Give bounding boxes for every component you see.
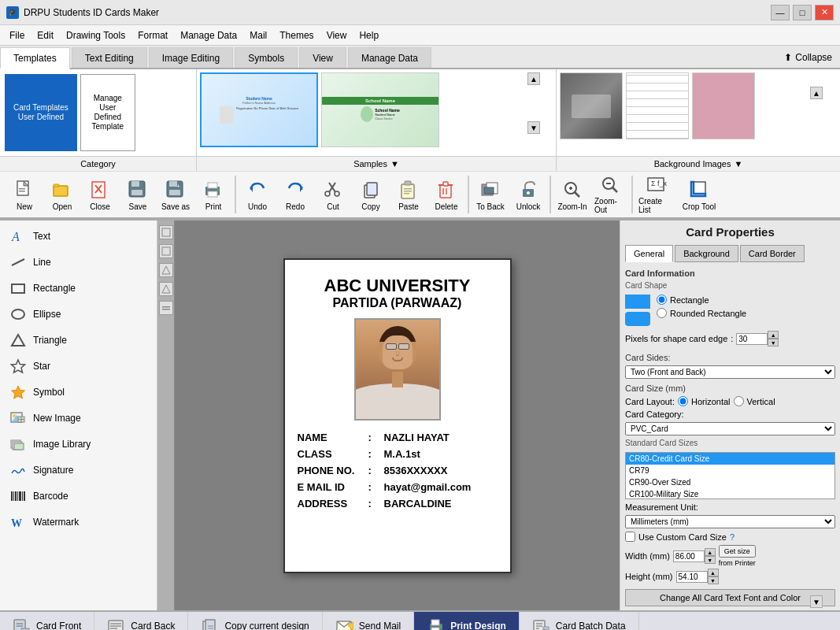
sidebar-item-watermark[interactable]: W Watermark	[3, 510, 154, 535]
print-design-button[interactable]: Print Design	[414, 612, 520, 630]
create-list-button[interactable]: Σ f_x Create List	[636, 174, 677, 215]
close-button[interactable]: ✕	[815, 5, 834, 20]
cat-manage-template[interactable]: ManageUserDefinedTemplate	[80, 74, 135, 151]
layout-vertical-radio[interactable]	[734, 396, 744, 406]
new-button[interactable]: New	[6, 174, 43, 215]
zoom-in-button[interactable]: Zoom-In	[554, 174, 590, 215]
card-front-button[interactable]: Card Front	[0, 612, 94, 630]
height-input[interactable]	[676, 571, 708, 583]
minimize-button[interactable]: —	[771, 5, 790, 20]
menu-file[interactable]: File	[3, 28, 31, 43]
custom-size-row[interactable]: Use Custom Card Size ?	[625, 532, 835, 542]
delete-button[interactable]: Delete	[428, 174, 464, 215]
zoom-out-button[interactable]: Zoom-Out	[592, 174, 628, 215]
width-up[interactable]: ▲	[705, 548, 716, 556]
panel-tab-background[interactable]: Background	[675, 245, 738, 262]
tab-text-editing[interactable]: Text Editing	[72, 47, 147, 68]
menu-mail[interactable]: Mail	[243, 28, 273, 43]
cut-button[interactable]: Cut	[315, 174, 351, 215]
size-cr80[interactable]: CR80-Credit Card Size	[626, 453, 834, 465]
change-font-button[interactable]: Change All Card Text Font and Color	[625, 589, 835, 606]
size-cr79[interactable]: CR79	[626, 465, 834, 476]
menu-manage-data[interactable]: Manage Data	[174, 28, 243, 43]
card-back-button[interactable]: Card Back	[94, 612, 188, 630]
bg-scroll-up[interactable]: ▲	[810, 87, 823, 99]
canvas-area[interactable]: ABC UNIVERSITY PARTIDA (PARWAAZ)	[175, 220, 620, 610]
samples-scroll-down[interactable]: ▼	[527, 121, 540, 134]
tab-symbols[interactable]: Symbols	[235, 47, 298, 68]
width-spinner[interactable]: ▲ ▼	[673, 548, 716, 564]
menu-drawing-tools[interactable]: Drawing Tools	[60, 28, 131, 43]
shape-rounded-option[interactable]: Rounded Rectangle	[657, 308, 746, 318]
sidebar-item-line[interactable]: Line	[3, 250, 154, 275]
height-spinner[interactable]: ▲ ▼	[676, 569, 719, 584]
card-batch-button[interactable]: Card Batch Data	[520, 612, 639, 630]
tab-image-editing[interactable]: Image Editing	[149, 47, 233, 68]
sidebar-item-symbol[interactable]: Symbol	[3, 380, 154, 405]
shape-rectangle-radio[interactable]	[657, 295, 667, 305]
bg-dropdown-icon[interactable]: ▼	[734, 159, 742, 169]
standard-sizes-list[interactable]: CR80-Credit Card Size CR79 CR90-Over Siz…	[625, 452, 835, 499]
print-button[interactable]: Print	[195, 174, 231, 215]
bg-item-3[interactable]	[692, 72, 755, 139]
paste-button[interactable]: Paste	[390, 174, 427, 215]
sidebar-item-new-image[interactable]: New Image	[3, 406, 154, 431]
panel-tab-card-border[interactable]: Card Border	[740, 245, 805, 262]
menu-edit[interactable]: Edit	[31, 28, 60, 43]
size-cr90[interactable]: CR90-Over Sized	[626, 476, 834, 488]
tab-view[interactable]: View	[299, 47, 346, 68]
height-up[interactable]: ▲	[708, 569, 719, 576]
samples-dropdown-icon[interactable]: ▼	[390, 159, 399, 169]
size-cr100[interactable]: CR100-Military Size	[626, 488, 834, 499]
sidebar-item-ellipse[interactable]: Ellipse	[3, 302, 154, 327]
pixels-up-arrow[interactable]: ▲	[768, 331, 779, 339]
custom-size-checkbox[interactable]	[625, 532, 635, 542]
measurement-select[interactable]: Millimeters (mm)	[625, 515, 835, 528]
panel-tab-general[interactable]: General	[625, 245, 673, 262]
menu-help[interactable]: Help	[353, 28, 385, 43]
maximize-button[interactable]: □	[793, 5, 812, 20]
collapse-button[interactable]: ⬆ Collapse	[776, 47, 840, 68]
sidebar-item-text[interactable]: A Text	[3, 224, 154, 249]
sidebar-item-triangle[interactable]: Triangle	[3, 328, 154, 353]
undo-button[interactable]: Undo	[239, 174, 276, 215]
send-mail-button[interactable]: Send Mail	[323, 612, 414, 630]
sidebar-item-star[interactable]: Star	[3, 354, 154, 379]
pixels-input[interactable]	[736, 333, 768, 345]
bg-item-1[interactable]	[560, 72, 623, 139]
width-input[interactable]	[673, 550, 705, 562]
unlock-button[interactable]: Unlock	[510, 174, 546, 215]
pixels-down-arrow[interactable]: ▼	[768, 339, 779, 346]
sidebar-item-rectangle[interactable]: Rectangle	[3, 276, 154, 301]
save-as-button[interactable]: + Save as	[157, 174, 194, 215]
sample-item-2[interactable]: School Name School Name Student Name Cla…	[321, 72, 439, 147]
open-button[interactable]: Open	[44, 174, 80, 215]
sidebar-item-signature[interactable]: Signature	[3, 458, 154, 483]
layout-horizontal-radio[interactable]	[678, 396, 688, 406]
height-down[interactable]: ▼	[708, 576, 719, 584]
redo-button[interactable]: Redo	[277, 174, 313, 215]
menu-format[interactable]: Format	[131, 28, 174, 43]
to-back-button[interactable]: To Back	[472, 174, 509, 215]
samples-scroll-up[interactable]: ▲	[527, 72, 540, 85]
crop-tool-button[interactable]: Crop Tool	[679, 174, 720, 215]
sidebar-item-barcode[interactable]: Barcode	[3, 484, 154, 509]
shape-rectangle-option[interactable]: Rectangle	[657, 295, 746, 305]
pixels-spinner[interactable]: ▲ ▼	[736, 331, 779, 346]
close-button[interactable]: Close	[82, 174, 118, 215]
copy-design-button[interactable]: Copy current design	[188, 612, 322, 630]
width-down[interactable]: ▼	[705, 556, 716, 564]
copy-button[interactable]: Copy	[353, 174, 389, 215]
sidebar-item-image-library[interactable]: Image Library	[3, 432, 154, 457]
menu-themes[interactable]: Themes	[273, 28, 320, 43]
menu-view[interactable]: View	[320, 28, 353, 43]
bg-item-2[interactable]	[626, 72, 689, 139]
shape-rounded-radio[interactable]	[657, 308, 667, 318]
card-category-select[interactable]: PVC_Card	[625, 422, 835, 435]
save-button[interactable]: Save	[120, 174, 156, 215]
custom-size-help[interactable]: ?	[730, 532, 735, 542]
tab-templates[interactable]: Templates	[0, 47, 70, 69]
cat-card-templates[interactable]: Card TemplatesUser Defined	[5, 74, 77, 151]
get-size-button[interactable]: Get size	[719, 545, 756, 558]
sample-item-1[interactable]: Student Name Father's Name Address Regis…	[200, 72, 318, 147]
